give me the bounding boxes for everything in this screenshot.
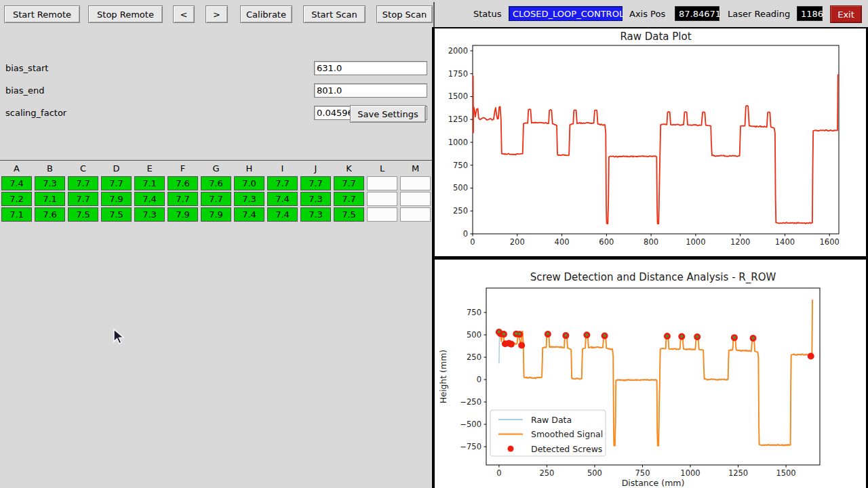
save-settings-button[interactable]: Save Settings <box>350 105 426 123</box>
grid-column-header: G <box>199 161 233 176</box>
grid-cell[interactable]: 7.1 <box>35 192 65 206</box>
grid-cell[interactable]: 7.1 <box>134 176 165 190</box>
grid-cell[interactable]: 7.7 <box>68 176 98 190</box>
screw-detection-plot: Screw Detection and Distance Analysis - … <box>435 260 866 488</box>
svg-text:1000: 1000 <box>680 468 700 478</box>
peak-marker <box>518 333 521 336</box>
grid-cell[interactable] <box>367 192 397 206</box>
svg-text:0: 0 <box>470 237 475 247</box>
grid-column-header: L <box>366 161 399 176</box>
grid-cell[interactable] <box>367 207 397 222</box>
svg-text:750: 750 <box>467 308 481 317</box>
bias-start-label: bias_start <box>5 63 48 73</box>
grid-cell[interactable]: 7.7 <box>334 176 364 190</box>
grid-cell[interactable] <box>367 176 397 190</box>
grid-cell[interactable]: 7.5 <box>68 207 98 222</box>
start-scan-button[interactable]: Start Scan <box>303 5 366 23</box>
svg-text:1000: 1000 <box>686 237 705 247</box>
grid-cell[interactable]: 7.7 <box>167 192 198 206</box>
grid-cell[interactable]: 7.5 <box>334 207 364 222</box>
grid-column-header: H <box>233 161 266 176</box>
grid-cell[interactable]: 7.4 <box>134 192 165 206</box>
calibrate-button[interactable]: Calibrate <box>240 5 292 23</box>
peak-marker <box>502 333 505 336</box>
svg-text:1250: 1250 <box>728 468 748 478</box>
start-remote-button[interactable]: Start Remote <box>4 5 80 23</box>
measurement-grid: ABCDEFGHIJKLM 7.47.37.77.77.17.67.67.07.… <box>0 160 432 222</box>
grid-cell[interactable]: 7.3 <box>234 192 264 206</box>
svg-text:Distance (mm): Distance (mm) <box>622 478 685 488</box>
status-value: CLOSED_LOOP_CONTROL <box>509 6 623 21</box>
grid-cell[interactable]: 7.2 <box>1 192 32 206</box>
grid-column-header: D <box>100 161 133 176</box>
grid-cell[interactable]: 7.6 <box>201 176 231 190</box>
stop-scan-button[interactable]: Stop Scan <box>376 5 433 23</box>
grid-cell[interactable] <box>400 207 431 222</box>
grid-cell[interactable]: 7.7 <box>201 192 231 206</box>
svg-text:2000: 2000 <box>448 46 468 56</box>
grid-cell[interactable]: 7.4 <box>1 176 32 190</box>
grid-cell[interactable]: 7.5 <box>101 207 132 222</box>
stop-remote-button[interactable]: Stop Remote <box>88 5 163 23</box>
grid-cell[interactable]: 7.6 <box>35 207 65 222</box>
detected-screw-marker <box>808 352 814 359</box>
svg-text:−750: −750 <box>460 442 481 451</box>
grid-cell[interactable]: 7.3 <box>300 207 331 222</box>
grid-cell[interactable]: 7.3 <box>134 207 165 222</box>
table-row: 7.17.67.57.57.37.97.97.47.47.37.5 <box>0 207 432 222</box>
grid-cell[interactable]: 7.7 <box>300 176 331 190</box>
svg-text:500: 500 <box>467 330 481 340</box>
table-row: 7.27.17.77.97.47.77.77.37.47.37.7 <box>0 191 432 207</box>
grid-cell[interactable]: 7.7 <box>101 176 132 190</box>
grid-cell[interactable]: 7.7 <box>68 192 98 206</box>
grid-cell[interactable] <box>400 176 431 190</box>
svg-text:0: 0 <box>496 468 501 478</box>
grid-column-header: J <box>299 161 332 176</box>
svg-text:600: 600 <box>599 237 614 247</box>
grid-cell[interactable]: 7.7 <box>267 176 298 190</box>
grid-cell[interactable]: 7.3 <box>35 176 65 190</box>
grid-column-header: B <box>33 161 66 176</box>
svg-text:1600: 1600 <box>820 237 840 247</box>
grid-cell[interactable] <box>400 192 431 206</box>
svg-text:1500: 1500 <box>448 92 468 101</box>
svg-text:750: 750 <box>453 161 468 170</box>
svg-text:1000: 1000 <box>448 138 468 147</box>
laser-reading-label: Laser Reading <box>728 9 790 19</box>
grid-column-header: M <box>399 161 432 176</box>
grid-column-header: I <box>266 161 299 176</box>
svg-text:0: 0 <box>463 229 468 239</box>
bias-end-field[interactable] <box>314 83 427 98</box>
detected-screw-marker <box>518 342 525 348</box>
grid-cell[interactable]: 7.0 <box>234 176 264 190</box>
grid-cell[interactable]: 7.9 <box>167 207 198 222</box>
raw-data-figure: Raw Data Plot020040060080010001200140016… <box>435 28 866 256</box>
jog-left-button[interactable]: < <box>173 5 195 23</box>
peak-marker <box>585 333 588 336</box>
grid-cell[interactable]: 7.4 <box>267 192 298 206</box>
grid-cell[interactable]: 7.1 <box>1 207 32 222</box>
toolbar-panel-divider <box>433 2 435 27</box>
grid-cell[interactable]: 7.3 <box>300 192 331 206</box>
grid-cell[interactable]: 7.9 <box>101 192 132 206</box>
grid-cell[interactable]: 7.4 <box>267 207 298 222</box>
svg-text:Screw Detection and Distance A: Screw Detection and Distance Analysis - … <box>530 271 776 284</box>
svg-text:−500: −500 <box>460 420 481 429</box>
grid-cell[interactable]: 7.7 <box>334 192 364 206</box>
svg-text:−250: −250 <box>460 397 481 407</box>
grid-column-header: A <box>0 161 33 176</box>
svg-text:Raw Data Plot: Raw Data Plot <box>620 30 691 43</box>
grid-cell[interactable]: 7.6 <box>167 176 198 190</box>
peak-marker <box>604 334 606 337</box>
peak-marker <box>752 337 755 340</box>
exit-button[interactable]: Exit <box>830 5 862 23</box>
bias-start-field[interactable] <box>314 61 427 75</box>
peak-marker <box>547 333 549 336</box>
jog-right-button[interactable]: > <box>205 5 228 23</box>
axis-pos-label: Axis Pos <box>629 9 665 19</box>
grid-cell[interactable]: 7.4 <box>234 207 264 222</box>
peak-marker <box>515 332 517 335</box>
grid-column-header: E <box>133 161 166 176</box>
grid-cell[interactable]: 7.9 <box>201 207 231 222</box>
svg-text:Detected Screws: Detected Screws <box>531 444 602 454</box>
